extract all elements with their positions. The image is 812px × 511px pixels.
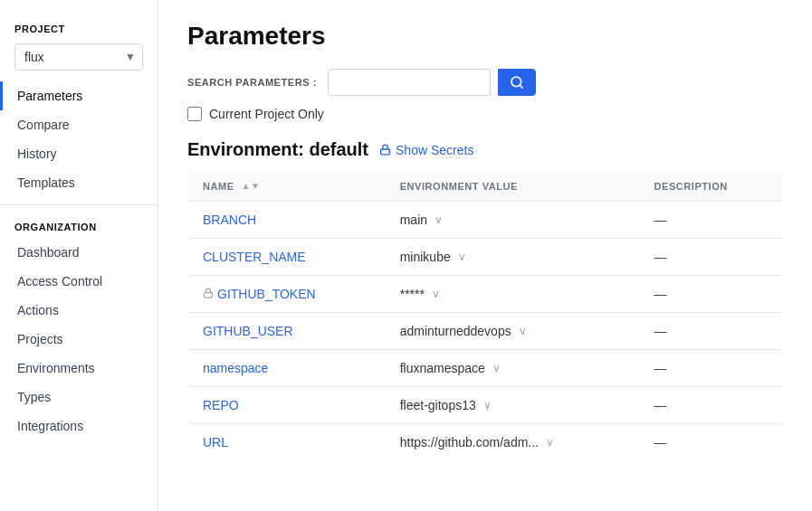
project-section-label: PROJECT	[0, 14, 158, 40]
param-name-link[interactable]: URL	[203, 435, 228, 449]
table-row: CLUSTER_NAMEminikube∨—	[188, 239, 783, 276]
svg-rect-2	[381, 149, 390, 155]
search-bar: SEARCH PARAMETERS :	[187, 69, 783, 96]
sort-icon[interactable]: ▲▼	[242, 182, 261, 191]
sidebar: PROJECT flux other-project ▼ Parameters …	[0, 0, 158, 511]
project-nav: Parameters Compare History Templates	[0, 81, 158, 197]
param-name-cell: REPO	[188, 387, 386, 424]
search-label: SEARCH PARAMETERS :	[187, 77, 317, 88]
param-name-cell: URL	[188, 424, 386, 461]
param-name-cell: CLUSTER_NAME	[188, 239, 386, 276]
table-header: NAME ▲▼ ENVIRONMENT VALUE DESCRIPTION	[188, 172, 783, 202]
param-value: https://github.com/adm...	[400, 435, 539, 449]
chevron-down-icon[interactable]: ∨	[458, 251, 466, 263]
chevron-down-icon[interactable]: ∨	[483, 399, 492, 412]
param-name-link[interactable]: GITHUB_TOKEN	[217, 287, 316, 301]
param-value: fluxnamespace	[400, 361, 485, 375]
param-value-cell: *****∨	[386, 276, 640, 313]
table-row: GITHUB_TOKEN*****∨—	[188, 276, 783, 313]
param-description-cell: —	[640, 239, 783, 276]
param-name-link[interactable]: REPO	[203, 398, 239, 412]
show-secrets-button[interactable]: Show Secrets	[379, 143, 473, 157]
current-project-label[interactable]: Current Project Only	[209, 107, 324, 121]
sidebar-item-access-control[interactable]: Access Control	[0, 267, 158, 296]
chevron-down-icon[interactable]: ∨	[435, 213, 443, 226]
project-select-input[interactable]: flux other-project	[14, 43, 143, 71]
sidebar-item-environments[interactable]: Environments	[0, 354, 158, 383]
param-name-cell: namespace	[188, 350, 386, 387]
current-project-row: Current Project Only	[187, 107, 783, 121]
chevron-down-icon[interactable]: ∨	[519, 325, 527, 337]
project-selector[interactable]: flux other-project ▼	[14, 43, 143, 71]
param-value: minikube	[400, 250, 451, 264]
table-body: BRANCHmain∨—CLUSTER_NAMEminikube∨—GITHUB…	[188, 202, 783, 461]
table-row: URLhttps://github.com/adm...∨—	[188, 424, 783, 461]
sidebar-item-actions[interactable]: Actions	[0, 296, 158, 325]
param-name-link[interactable]: CLUSTER_NAME	[203, 250, 306, 264]
sidebar-item-dashboard[interactable]: Dashboard	[0, 238, 158, 267]
row-lock-icon	[203, 288, 214, 301]
param-value: *****	[400, 287, 425, 301]
table-row: REPOfleet-gitops13∨—	[188, 387, 783, 424]
svg-line-1	[520, 85, 522, 88]
chevron-down-icon[interactable]: ∨	[432, 288, 440, 300]
param-name-link[interactable]: GITHUB_USER	[203, 324, 293, 338]
sidebar-item-templates[interactable]: Templates	[0, 168, 158, 197]
param-value-cell: minikube∨	[386, 239, 640, 276]
param-description-cell: —	[640, 387, 783, 424]
col-header-env-value: ENVIRONMENT VALUE	[386, 172, 640, 202]
sidebar-item-parameters[interactable]: Parameters	[0, 81, 158, 110]
param-name-cell: GITHUB_USER	[188, 313, 386, 350]
search-input[interactable]	[328, 69, 491, 96]
org-nav: Dashboard Access Control Actions Project…	[0, 238, 158, 440]
table-row: GITHUB_USERadminturneddevops∨—	[188, 313, 783, 350]
environment-header: Environment: default Show Secrets	[187, 139, 783, 160]
col-header-description: DESCRIPTION	[640, 172, 783, 202]
sidebar-item-history[interactable]: History	[0, 139, 158, 168]
current-project-checkbox[interactable]	[187, 107, 202, 121]
param-description-cell: —	[640, 424, 783, 461]
param-description-cell: —	[640, 350, 783, 387]
param-description-cell: —	[640, 276, 783, 313]
param-name-cell: BRANCH	[188, 202, 386, 239]
show-secrets-label: Show Secrets	[396, 143, 473, 157]
svg-rect-3	[205, 292, 213, 298]
chevron-down-icon[interactable]: ∨	[546, 436, 554, 449]
param-value-cell: https://github.com/adm...∨	[386, 424, 640, 461]
sidebar-item-compare[interactable]: Compare	[0, 110, 158, 139]
param-name-cell: GITHUB_TOKEN	[188, 276, 386, 313]
lock-icon	[379, 144, 391, 156]
table-row: BRANCHmain∨—	[188, 202, 783, 239]
search-button[interactable]	[498, 69, 536, 96]
param-value-cell: main∨	[386, 202, 640, 239]
param-name-link[interactable]: namespace	[203, 361, 268, 375]
param-name-link[interactable]: BRANCH	[203, 213, 256, 227]
param-value: fleet-gitops13	[400, 398, 476, 412]
sidebar-item-integrations[interactable]: Integrations	[0, 412, 158, 440]
param-description-cell: —	[640, 313, 783, 350]
param-value-cell: fluxnamespace∨	[386, 350, 640, 387]
param-description-cell: —	[640, 202, 783, 239]
environment-title: Environment: default	[187, 139, 368, 160]
param-value: main	[400, 213, 427, 227]
org-section-label: ORGANIZATION	[0, 213, 158, 238]
search-icon	[510, 75, 524, 90]
parameters-table: NAME ▲▼ ENVIRONMENT VALUE DESCRIPTION BR…	[187, 171, 783, 461]
sidebar-item-types[interactable]: Types	[0, 383, 158, 412]
page-title: Parameters	[187, 22, 783, 51]
param-value: adminturneddevops	[400, 324, 511, 338]
sidebar-item-projects[interactable]: Projects	[0, 325, 158, 354]
param-value-cell: fleet-gitops13∨	[386, 387, 640, 424]
main-content: Parameters SEARCH PARAMETERS : Current P…	[158, 0, 812, 511]
chevron-down-icon[interactable]: ∨	[492, 362, 501, 374]
col-header-name: NAME ▲▼	[188, 172, 386, 202]
param-value-cell: adminturneddevops∨	[386, 313, 640, 350]
table-row: namespacefluxnamespace∨—	[188, 350, 783, 387]
sidebar-divider	[0, 204, 158, 205]
